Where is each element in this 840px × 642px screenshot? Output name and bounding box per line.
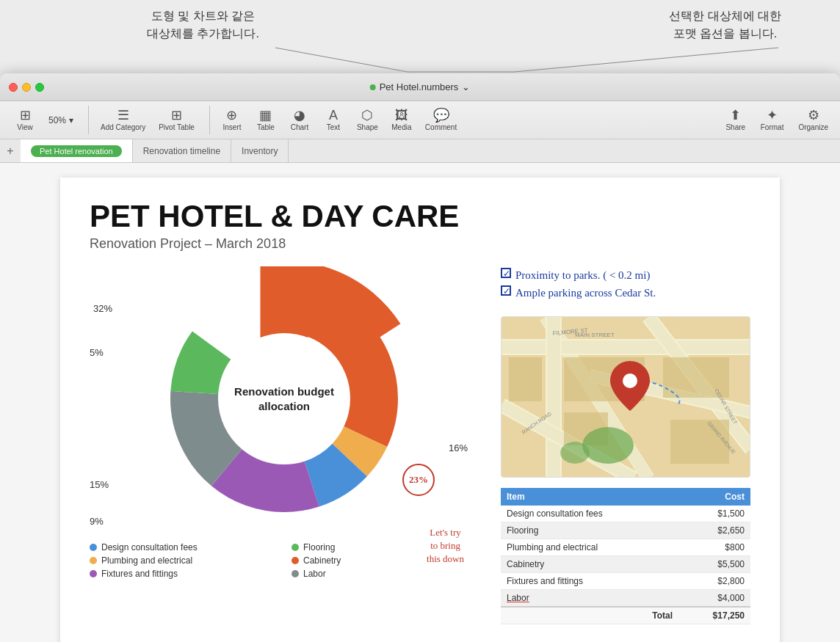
maximize-button[interactable] bbox=[35, 83, 44, 92]
table-cell-item-1: Flooring bbox=[501, 522, 678, 539]
tab-pet-hotel[interactable]: Pet Hotel renovation bbox=[21, 139, 133, 162]
media-button[interactable]: 🖼 Media bbox=[385, 106, 418, 134]
table-cell-cost-5: $4,000 bbox=[678, 590, 750, 608]
svg-point-24 bbox=[623, 373, 637, 388]
toolbar-right-group: ⬆ Share ✦ Format ⚙ Organize bbox=[720, 106, 834, 134]
table-button[interactable]: ▦ Table bbox=[250, 106, 282, 134]
format-button[interactable]: ✦ Format bbox=[755, 106, 790, 134]
checkbox-icon-parks bbox=[501, 268, 511, 278]
table-row: Plumbing and electrical $800 bbox=[501, 539, 750, 556]
legend-labor: Labor bbox=[292, 569, 479, 579]
tab-renovation[interactable]: Renovation timeline bbox=[133, 139, 231, 162]
legend-dot-plumbing bbox=[90, 557, 97, 564]
donut-chart: Renovation budget allocation bbox=[152, 266, 416, 530]
table-header-cost: Cost bbox=[678, 488, 750, 506]
annotation-bracket bbox=[0, 44, 840, 77]
legend-dot-flooring bbox=[292, 544, 299, 551]
chart-icon: ◕ bbox=[294, 109, 305, 122]
insert-icon: ⊕ bbox=[226, 109, 237, 122]
table-total-label: Total bbox=[501, 607, 678, 624]
view-button[interactable]: ⊞ View bbox=[9, 106, 41, 134]
left-annotation: 도형 및 차트와 같은 대상체를 추가합니다. bbox=[147, 7, 259, 73]
share-button[interactable]: ⬆ Share bbox=[720, 106, 752, 134]
legend-dot-design bbox=[90, 544, 97, 551]
traffic-lights bbox=[9, 83, 44, 92]
checkbox-parking: Ample parking across Cedar St. bbox=[501, 284, 750, 302]
text-button[interactable]: A Text bbox=[317, 106, 350, 134]
table-row: Fixtures and fittings $2,800 bbox=[501, 573, 750, 590]
legend-dot-labor bbox=[292, 570, 299, 577]
canvas[interactable]: PET HOTEL & DAY CARE Renovation Project … bbox=[0, 163, 840, 642]
table-total-row: Total $17,250 bbox=[501, 607, 750, 624]
right-section: Proximity to parks. ( < 0.2 mi) Ample pa… bbox=[501, 266, 750, 624]
legend-fixtures: Fixtures and fittings bbox=[90, 569, 277, 579]
pct-9-label: 9% bbox=[90, 516, 104, 527]
table-row: Cabinetry $5,500 bbox=[501, 556, 750, 573]
table-cell-cost-3: $5,500 bbox=[678, 556, 750, 573]
svg-rect-7 bbox=[502, 340, 750, 354]
zoom-control[interactable]: 50% ▾ bbox=[43, 115, 79, 125]
table-header-item: Item bbox=[501, 488, 678, 506]
sheet-title: PET HOTEL & DAY CARE bbox=[90, 200, 750, 233]
sheet-body: 32% bbox=[90, 266, 750, 624]
pct-15-label: 15% bbox=[90, 479, 109, 490]
legend-dot-fixtures bbox=[90, 570, 97, 577]
svg-line-2 bbox=[514, 48, 778, 72]
window-title: Pet Hotel.numbers ⌄ bbox=[370, 81, 471, 92]
table-row: Flooring $2,650 bbox=[501, 522, 750, 539]
bring-down-note: Let's tryto bringthis down bbox=[427, 526, 464, 566]
table-icon: ▦ bbox=[259, 109, 272, 122]
toolbar-insert-group: ⊕ Insert ▦ Table ◕ Chart A Text ⬡ Shape … bbox=[209, 106, 466, 134]
svg-rect-20 bbox=[670, 420, 729, 464]
media-icon: 🖼 bbox=[395, 109, 408, 122]
tab-inventory[interactable]: Inventory bbox=[231, 139, 289, 162]
pct-32-label: 32% bbox=[93, 303, 112, 314]
table-cell-item-3: Cabinetry bbox=[501, 556, 678, 573]
close-button[interactable] bbox=[9, 83, 18, 92]
right-annotation: 선택한 대상체에 대한 포맷 옵션을 봅니다. bbox=[669, 7, 781, 73]
format-icon: ✦ bbox=[767, 109, 778, 122]
app-window: Pet Hotel.numbers ⌄ ⊞ View 50% ▾ ☰ Add C… bbox=[0, 73, 840, 642]
pivot-icon: ⊞ bbox=[171, 109, 182, 122]
legend-design: Design consultation fees bbox=[90, 542, 277, 552]
table-cell-item-2: Plumbing and electrical bbox=[501, 539, 678, 556]
pivot-table-button[interactable]: ⊞ Pivot Table bbox=[153, 106, 200, 134]
map-svg: FILMORE ST MAIN STREET CEDAR STREET RANC… bbox=[502, 317, 750, 478]
pct-23-annotation: 23% bbox=[402, 464, 435, 496]
comment-icon: 💬 bbox=[433, 109, 449, 122]
insert-button[interactable]: ⊕ Insert bbox=[216, 106, 248, 134]
add-category-button[interactable]: ☰ Add Category bbox=[95, 106, 151, 134]
toolbar-view-group: ⊞ View 50% ▾ bbox=[6, 106, 82, 134]
svg-line-0 bbox=[275, 48, 408, 72]
table-row: Labor $4,000 bbox=[501, 590, 750, 608]
active-tab-label: Pet Hotel renovation bbox=[31, 145, 122, 157]
toolbar: ⊞ View 50% ▾ ☰ Add Category ⊞ Pivot Tabl… bbox=[0, 101, 840, 139]
sheet-subtitle: Renovation Project – March 2018 bbox=[90, 236, 750, 252]
toolbar-category-group: ☰ Add Category ⊞ Pivot Table bbox=[88, 106, 203, 134]
svg-text:MAIN STREET: MAIN STREET bbox=[575, 332, 615, 338]
budget-table: Item Cost Design consultation fees $1,50… bbox=[501, 488, 750, 624]
pct-16-label: 16% bbox=[449, 442, 468, 453]
chart-button[interactable]: ◕ Chart bbox=[283, 106, 316, 134]
minimize-button[interactable] bbox=[22, 83, 31, 92]
checkbox-icon-parking bbox=[501, 285, 511, 296]
organize-button[interactable]: ⚙ Organize bbox=[792, 106, 834, 134]
table-cell-cost-1: $2,650 bbox=[678, 522, 750, 539]
legend-plumbing: Plumbing and electrical bbox=[90, 555, 277, 566]
table-cell-item-0: Design consultation fees bbox=[501, 506, 678, 522]
comment-button[interactable]: 💬 Comment bbox=[419, 106, 463, 134]
document-icon bbox=[370, 84, 376, 90]
legend-dot-cabinetry bbox=[292, 557, 299, 564]
table-cell-item-5: Labor bbox=[501, 590, 678, 608]
table-row: Design consultation fees $1,500 bbox=[501, 506, 750, 522]
svg-point-21 bbox=[582, 427, 634, 464]
svg-rect-17 bbox=[509, 357, 542, 401]
add-tab-button[interactable]: + bbox=[0, 139, 21, 162]
shape-button[interactable]: ⬡ Shape bbox=[351, 106, 384, 134]
sheet: PET HOTEL & DAY CARE Renovation Project … bbox=[60, 178, 780, 642]
sheet-header: PET HOTEL & DAY CARE Renovation Project … bbox=[90, 200, 750, 252]
table-cell-cost-0: $1,500 bbox=[678, 506, 750, 522]
donut-center bbox=[219, 333, 350, 464]
tabbar: + Pet Hotel renovation Renovation timeli… bbox=[0, 139, 840, 163]
table-cell-item-4: Fixtures and fittings bbox=[501, 573, 678, 590]
